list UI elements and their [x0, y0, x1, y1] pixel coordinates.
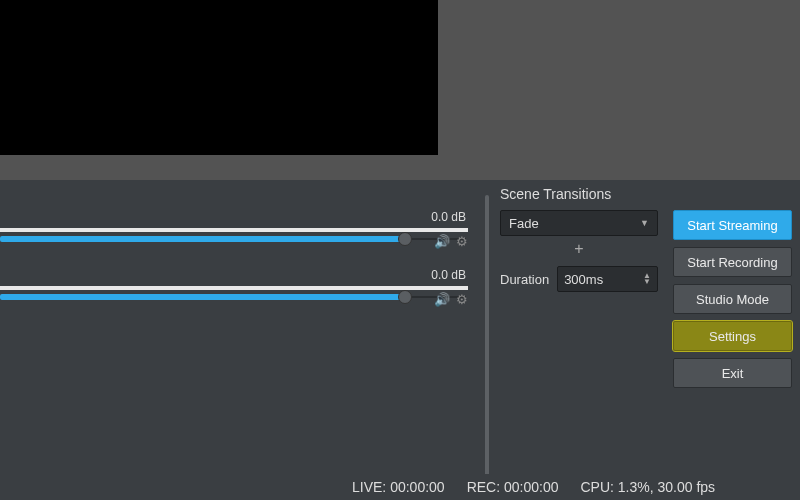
status-bar: LIVE: 00:00:00 REC: 00:00:00 CPU: 1.3%, … [0, 474, 800, 500]
volume-thumb[interactable] [398, 290, 412, 304]
transition-select[interactable]: Fade ▼ [500, 210, 658, 236]
start-recording-button[interactable]: Start Recording [673, 247, 792, 277]
preview-main[interactable] [0, 0, 438, 155]
settings-button[interactable]: Settings [673, 321, 792, 351]
audio-channel: 0.0 dB 🔊 ⚙ [0, 210, 476, 258]
live-time: LIVE: 00:00:00 [352, 479, 445, 495]
panel-title: Scene Transitions [500, 186, 658, 202]
cpu-stats: CPU: 1.3%, 30.00 fps [580, 479, 715, 495]
volume-fill [0, 294, 404, 300]
audio-mixer: 0.0 dB 🔊 ⚙ 0.0 dB 🔊 ⚙ [0, 210, 476, 326]
volume-fill [0, 236, 404, 242]
control-panel: 0.0 dB 🔊 ⚙ 0.0 dB 🔊 ⚙ Scene Transitions [0, 180, 800, 500]
gear-icon[interactable]: ⚙ [456, 292, 468, 307]
db-value: 0.0 dB [431, 268, 466, 282]
gear-icon[interactable]: ⚙ [456, 234, 468, 249]
audio-meter [0, 228, 468, 232]
spin-down-icon[interactable]: ▼ [643, 279, 651, 285]
duration-value: 300ms [564, 272, 603, 287]
audio-meter [0, 286, 468, 290]
start-streaming-button[interactable]: Start Streaming [673, 210, 792, 240]
scene-transitions-panel: Scene Transitions Fade ▼ + Duration 300m… [500, 186, 658, 292]
duration-input[interactable]: 300ms ▲ ▼ [557, 266, 658, 292]
control-buttons: Start Streaming Start Recording Studio M… [673, 210, 792, 388]
transition-selected: Fade [509, 216, 539, 231]
panel-divider[interactable] [485, 195, 489, 485]
speaker-icon[interactable]: 🔊 [434, 292, 450, 307]
studio-mode-button[interactable]: Studio Mode [673, 284, 792, 314]
speaker-icon[interactable]: 🔊 [434, 234, 450, 249]
duration-label: Duration [500, 272, 549, 287]
add-transition-button[interactable]: + [500, 236, 658, 262]
exit-button[interactable]: Exit [673, 358, 792, 388]
chevron-down-icon: ▼ [640, 218, 649, 228]
db-value: 0.0 dB [431, 210, 466, 224]
rec-time: REC: 00:00:00 [467, 479, 559, 495]
preview-side [438, 0, 800, 180]
audio-channel: 0.0 dB 🔊 ⚙ [0, 268, 476, 316]
preview-area [0, 0, 800, 180]
volume-thumb[interactable] [398, 232, 412, 246]
